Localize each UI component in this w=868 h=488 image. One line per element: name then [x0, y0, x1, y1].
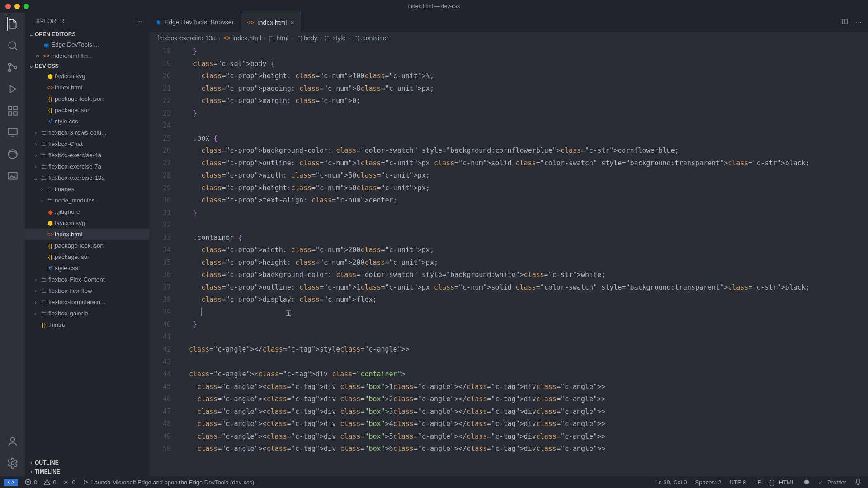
- tree-item[interactable]: {}package.json: [25, 104, 149, 116]
- tree-item[interactable]: {}package-lock.json: [25, 93, 149, 104]
- copilot-icon[interactable]: [803, 479, 810, 486]
- tree-item[interactable]: ⌄🗀flexbox-exercise-13a: [25, 172, 149, 183]
- file-label: flexbox-exercise-13a: [48, 174, 105, 181]
- tree-item[interactable]: {}package-lock.json: [25, 240, 149, 251]
- breadcrumb-item[interactable]: ⬚ body: [296, 34, 317, 42]
- eol[interactable]: LF: [754, 479, 761, 486]
- symbol-icon: ⬚: [296, 34, 302, 42]
- project-section[interactable]: ⌄ DEV-CSS: [25, 61, 149, 70]
- folder-icon: 🗀: [39, 163, 48, 170]
- file-label: flexbox-exercise-4a: [48, 152, 101, 159]
- tree-item[interactable]: ›🗀flexbox-exercise-7a: [25, 161, 149, 172]
- file-label: index.html: [51, 52, 79, 59]
- edge-tools-icon[interactable]: [7, 148, 19, 160]
- account-icon[interactable]: [7, 436, 19, 447]
- run-debug-icon[interactable]: [7, 83, 19, 95]
- timeline-section[interactable]: › TIMELINE: [25, 467, 149, 476]
- tree-item[interactable]: ›🗀flexbox-galerie: [25, 308, 149, 319]
- errors-count[interactable]: 0: [24, 479, 37, 486]
- minimize-window-icon[interactable]: [14, 4, 20, 9]
- mouse-cursor-icon: ⌶: [286, 307, 291, 320]
- editor-tab[interactable]: <>index.html×: [241, 13, 301, 32]
- chevron-right-icon: ›: [28, 469, 35, 475]
- svg-point-15: [47, 484, 47, 484]
- tree-item[interactable]: ›🗀images: [25, 183, 149, 195]
- tree-item[interactable]: ›🗀flexbox-flex-flow: [25, 285, 149, 296]
- window-controls[interactable]: [0, 4, 29, 9]
- split-editor-icon[interactable]: [841, 18, 849, 27]
- maximize-window-icon[interactable]: [24, 4, 29, 9]
- json-icon: {}: [46, 95, 55, 102]
- svg-point-3: [14, 66, 16, 68]
- breadcrumb[interactable]: flexbox-exercise-13a›<> index.html›⬚ htm…: [149, 32, 868, 44]
- more-actions-icon[interactable]: ⋯: [856, 19, 862, 26]
- code-editor[interactable]: 1819202122232425262728293031323334353637…: [149, 44, 868, 476]
- tree-item[interactable]: ›🗀node_modules: [25, 195, 149, 206]
- file-label: package-lock.json: [55, 95, 104, 102]
- search-icon[interactable]: [7, 40, 19, 52]
- remote-indicator[interactable]: [4, 479, 18, 486]
- encoding[interactable]: UTF-8: [729, 479, 746, 486]
- file-meta: flex...: [80, 53, 92, 59]
- editor-tab[interactable]: ◉Edge DevTools: Browser: [149, 13, 241, 32]
- code-content[interactable]: } class="c-sel">body { class="c-prop">he…: [181, 44, 868, 476]
- tree-item[interactable]: ›🗀flexbox-formularein...: [25, 296, 149, 308]
- launch-edge-button[interactable]: Launch Microsoft Edge and open the Edge …: [82, 479, 255, 486]
- svg-point-11: [10, 437, 14, 441]
- breadcrumb-item[interactable]: flexbox-exercise-13a: [157, 34, 216, 42]
- json-icon: {}: [46, 253, 55, 260]
- indentation[interactable]: Spaces: 2: [695, 479, 722, 486]
- close-tab-icon[interactable]: ×: [290, 19, 294, 26]
- open-editors-section[interactable]: ⌄ OPEN EDITORS: [25, 30, 149, 39]
- settings-gear-icon[interactable]: [7, 457, 19, 469]
- file-label: index.html: [55, 231, 83, 238]
- tree-item[interactable]: ›🗀flexbox-exercise-4a: [25, 150, 149, 161]
- file-label: images: [55, 186, 75, 192]
- source-control-icon[interactable]: [7, 61, 19, 73]
- tree-item[interactable]: {}package.json: [25, 251, 149, 263]
- warnings-count[interactable]: 0: [43, 479, 56, 486]
- explorer-icon[interactable]: [7, 18, 19, 30]
- language-mode[interactable]: { }HTML: [769, 479, 795, 486]
- twisty-icon: ›: [38, 197, 46, 204]
- close-icon[interactable]: ×: [36, 52, 39, 59]
- edge-icon: ◉: [42, 41, 51, 48]
- open-editor-item[interactable]: ×<>index.htmlflex...: [25, 50, 149, 61]
- extensions-icon[interactable]: [7, 105, 19, 117]
- breadcrumb-item[interactable]: <> index.html: [223, 34, 261, 42]
- open-editor-item[interactable]: ◉Edge DevTools:...: [25, 39, 149, 50]
- file-label: style.css: [55, 265, 78, 272]
- tree-item[interactable]: ›🗀flexbox-Chat: [25, 138, 149, 150]
- tree-item[interactable]: ⬢favicon.svg: [25, 70, 149, 82]
- svg-icon: ⬢: [46, 220, 55, 227]
- tree-item[interactable]: {}.hintrc: [25, 319, 149, 330]
- breadcrumb-item[interactable]: ⬚ style: [325, 34, 346, 42]
- cursor-position[interactable]: Ln 39, Col 9: [655, 479, 687, 486]
- image-preview-icon[interactable]: [7, 170, 19, 182]
- breadcrumb-item[interactable]: ⬚ html: [269, 34, 288, 42]
- close-window-icon[interactable]: [5, 4, 11, 9]
- tree-item[interactable]: <>index.html: [25, 82, 149, 93]
- tree-item[interactable]: ⬢favicon.svg: [25, 217, 149, 229]
- tab-label: index.html: [258, 19, 287, 26]
- ports-count[interactable]: 0: [62, 479, 75, 486]
- explorer-more-icon[interactable]: ⋯: [136, 18, 142, 25]
- tree-item[interactable]: <>index.html: [25, 229, 149, 240]
- notifications-icon[interactable]: [854, 479, 862, 486]
- tree-item[interactable]: #style.css: [25, 116, 149, 127]
- file-tree: ⬢favicon.svg<>index.html{}package-lock.j…: [25, 70, 149, 458]
- folder-icon: 🗀: [39, 152, 48, 159]
- tree-item[interactable]: ◆.gitignore: [25, 206, 149, 217]
- svg-rect-8: [8, 128, 17, 134]
- prettier-status[interactable]: ✓Prettier: [818, 479, 846, 486]
- breadcrumb-label: index.html: [232, 34, 261, 42]
- breadcrumb-label: flexbox-exercise-13a: [157, 34, 216, 42]
- outline-label: OUTLINE: [35, 460, 59, 466]
- breadcrumb-item[interactable]: ⬚ .container: [353, 34, 388, 42]
- tree-item[interactable]: ›🗀flexbox-Flex-Content: [25, 274, 149, 285]
- outline-section[interactable]: › OUTLINE: [25, 458, 149, 467]
- tree-item[interactable]: #style.css: [25, 263, 149, 274]
- tree-item[interactable]: ›🗀flexbox-3-rows-colu...: [25, 127, 149, 138]
- svg-point-1: [8, 63, 10, 66]
- remote-explorer-icon[interactable]: [7, 127, 19, 138]
